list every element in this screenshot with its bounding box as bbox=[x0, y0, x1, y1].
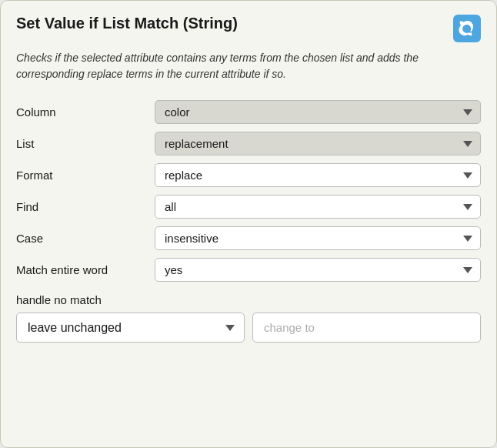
find-select[interactable]: all first bbox=[155, 195, 481, 219]
match-entire-word-label: Match entire word bbox=[16, 254, 155, 286]
leave-unchanged-wrap: leave unchanged change to delete bbox=[16, 313, 245, 343]
format-control-cell: replace prepend append bbox=[155, 159, 481, 191]
form-fields: Column color List replacement Format rep… bbox=[16, 96, 481, 286]
bottom-row: leave unchanged change to delete bbox=[16, 313, 481, 343]
wrench-icon bbox=[459, 20, 475, 37]
case-select[interactable]: insensitive sensitive bbox=[155, 226, 481, 250]
list-select[interactable]: replacement bbox=[155, 132, 481, 155]
format-label: Format bbox=[16, 159, 155, 191]
header-row: Set Value if List Match (String) bbox=[16, 15, 481, 42]
find-label: Find bbox=[16, 191, 155, 222]
find-control-cell: all first bbox=[155, 191, 481, 222]
column-select[interactable]: color bbox=[155, 100, 481, 124]
change-to-input[interactable] bbox=[252, 313, 481, 343]
leave-unchanged-select[interactable]: leave unchanged change to delete bbox=[16, 313, 245, 343]
list-control-cell: replacement bbox=[155, 128, 481, 159]
change-to-wrap bbox=[252, 313, 481, 343]
dialog-title: Set Value if List Match (String) bbox=[16, 15, 238, 32]
settings-button[interactable] bbox=[453, 15, 481, 42]
format-select[interactable]: replace prepend append bbox=[155, 163, 481, 187]
dialog-description: Checks if the selected attribute contain… bbox=[16, 50, 481, 82]
case-control-cell: insensitive sensitive bbox=[155, 222, 481, 254]
column-label: Column bbox=[16, 96, 155, 128]
match-entire-word-control-cell: yes no bbox=[155, 254, 481, 286]
handle-no-match-label: handle no match bbox=[16, 293, 481, 306]
dialog-card: Set Value if List Match (String) Checks … bbox=[0, 0, 497, 448]
match-entire-word-select[interactable]: yes no bbox=[155, 258, 481, 282]
list-label: List bbox=[16, 128, 155, 159]
case-label: Case bbox=[16, 222, 155, 254]
column-control-cell: color bbox=[155, 96, 481, 128]
